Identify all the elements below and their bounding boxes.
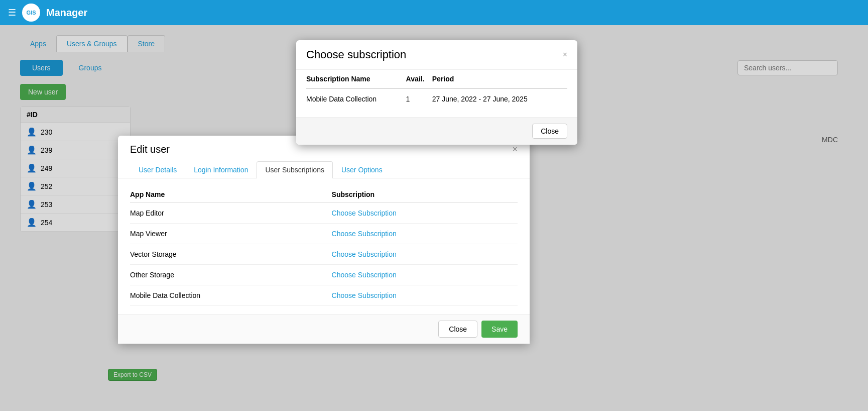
tab-user-options[interactable]: User Options bbox=[333, 161, 391, 178]
sub-cell: Choose Subscription bbox=[332, 203, 518, 224]
main-content: Apps Users & Groups Store Users Groups N… bbox=[0, 25, 868, 411]
hamburger-icon[interactable]: ☰ bbox=[8, 7, 16, 18]
choose-subscription-link[interactable]: Choose Subscription bbox=[332, 250, 397, 258]
period-cell: 27 June, 2022 - 27 June, 2025 bbox=[432, 88, 567, 109]
choose-sub-close-button[interactable]: × bbox=[563, 50, 567, 59]
tab-login-information[interactable]: Login Information bbox=[185, 161, 257, 178]
choose-sub-title: Choose subscription bbox=[306, 48, 406, 61]
edit-user-close-button[interactable]: × bbox=[512, 144, 518, 155]
app-logo: GIS bbox=[22, 4, 40, 22]
table-row: Mobile Data Collection Choose Subscripti… bbox=[130, 285, 518, 306]
tab-user-details[interactable]: User Details bbox=[130, 161, 185, 178]
choose-sub-close-btn[interactable]: Close bbox=[532, 124, 567, 139]
table-row: Other Storage Choose Subscription bbox=[130, 265, 518, 285]
edit-user-footer: Close Save bbox=[118, 314, 530, 344]
sub-cell: Choose Subscription bbox=[332, 285, 518, 306]
app-name-cell: Other Storage bbox=[130, 265, 332, 285]
table-row: Vector Storage Choose Subscription bbox=[130, 244, 518, 265]
choose-sub-body: Subscription Name Avail. Period Mobile D… bbox=[296, 70, 577, 117]
choose-subscription-link[interactable]: Choose Subscription bbox=[332, 209, 397, 217]
col-app-name: App Name bbox=[130, 186, 332, 203]
choose-sub-table: Subscription Name Avail. Period Mobile D… bbox=[306, 70, 567, 109]
choose-sub-footer: Close bbox=[296, 117, 577, 145]
choose-subscription-link[interactable]: Choose Subscription bbox=[332, 291, 397, 299]
sub-cell: Choose Subscription bbox=[332, 265, 518, 285]
sub-name-cell: Mobile Data Collection bbox=[306, 88, 406, 109]
choose-subscription-modal: Choose subscription × Subscription Name … bbox=[296, 40, 577, 145]
avail-cell: 1 bbox=[406, 88, 432, 109]
table-row: Map Editor Choose Subscription bbox=[130, 203, 518, 224]
app-name-cell: Map Viewer bbox=[130, 224, 332, 244]
table-row: Map Viewer Choose Subscription bbox=[130, 224, 518, 244]
edit-user-save-btn[interactable]: Save bbox=[481, 321, 518, 338]
edit-user-tabs: User Details Login Information User Subs… bbox=[118, 155, 530, 178]
col-subscription: Subscription bbox=[332, 186, 518, 203]
table-row: Mobile Data Collection 1 27 June, 2022 -… bbox=[306, 88, 567, 109]
app-name-cell: Vector Storage bbox=[130, 244, 332, 265]
edit-user-title: Edit user bbox=[130, 144, 170, 155]
choose-subscription-link[interactable]: Choose Subscription bbox=[332, 271, 397, 279]
app-name-cell: Map Editor bbox=[130, 203, 332, 224]
col-sub-name: Subscription Name bbox=[306, 70, 406, 88]
edit-user-modal: Edit user × User Details Login Informati… bbox=[118, 136, 530, 344]
choose-subscription-link[interactable]: Choose Subscription bbox=[332, 230, 397, 238]
subscriptions-table: App Name Subscription Map Editor Choose … bbox=[130, 186, 518, 306]
topnav: ☰ GIS Manager bbox=[0, 0, 868, 25]
subscriptions-body: App Name Subscription Map Editor Choose … bbox=[118, 178, 530, 314]
app-name-cell: Mobile Data Collection bbox=[130, 285, 332, 306]
app-title: Manager bbox=[46, 7, 87, 19]
sub-cell: Choose Subscription bbox=[332, 224, 518, 244]
choose-sub-header: Choose subscription × bbox=[296, 40, 577, 70]
edit-user-close-btn[interactable]: Close bbox=[438, 321, 477, 338]
col-avail: Avail. bbox=[406, 70, 432, 88]
col-period: Period bbox=[432, 70, 567, 88]
sub-cell: Choose Subscription bbox=[332, 244, 518, 265]
tab-user-subscriptions[interactable]: User Subscriptions bbox=[257, 161, 333, 178]
